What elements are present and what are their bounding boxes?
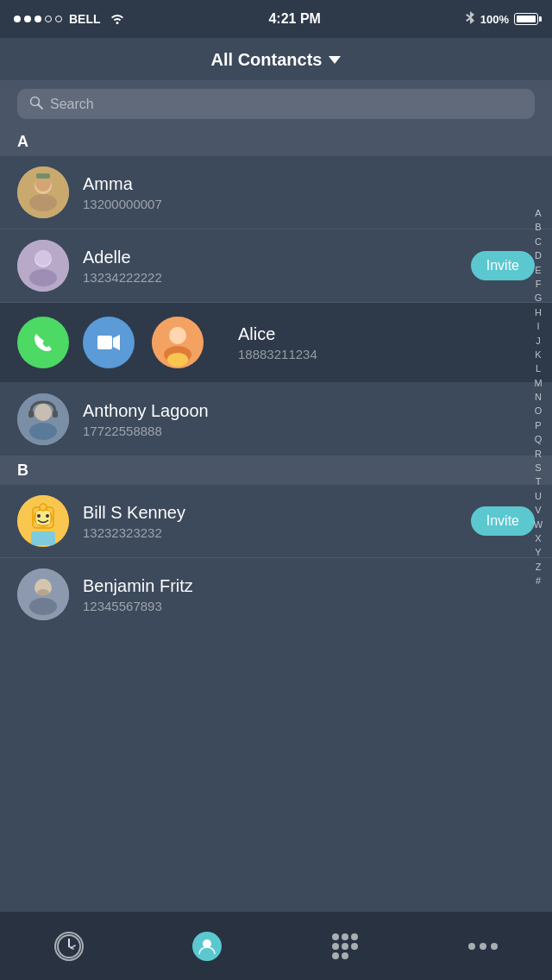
alpha-L[interactable]: L — [531, 362, 545, 375]
chevron-down-icon[interactable] — [329, 56, 341, 64]
alice-contact-info: Alice 18883211234 — [238, 324, 317, 361]
more-dot-2 — [480, 943, 486, 950]
invite-button-adelle[interactable]: Invite — [471, 251, 535, 280]
wifi-icon — [110, 12, 125, 27]
svg-marker-12 — [113, 335, 120, 350]
grid-dot-3 — [351, 933, 358, 940]
contact-row-adelle[interactable]: Adelle 13234222222 Invite — [0, 229, 552, 303]
svg-line-1 — [39, 105, 43, 110]
svg-point-28 — [37, 514, 41, 518]
alpha-Y[interactable]: Y — [531, 546, 545, 559]
grid-dot-7 — [332, 952, 339, 959]
alpha-Q[interactable]: Q — [531, 433, 545, 446]
tab-more[interactable] — [448, 925, 518, 968]
alice-expanded-actions: Alice 18883211234 — [0, 303, 552, 382]
contact-info-benjamin: Benjamin Fritz 12345567893 — [83, 576, 535, 613]
avatar-anthony — [17, 393, 69, 445]
alpha-I[interactable]: I — [531, 320, 545, 333]
svg-point-29 — [46, 514, 49, 518]
contact-name-alice: Alice — [238, 324, 317, 344]
contact-info-amma: Amma 13200000007 — [83, 174, 535, 211]
search-input-container[interactable]: Search — [17, 89, 535, 119]
contact-phone-alice: 18883211234 — [238, 347, 317, 361]
contact-phone-benjamin: 12345567893 — [83, 599, 535, 613]
alpha-X[interactable]: X — [531, 532, 545, 545]
svg-point-20 — [29, 423, 57, 440]
alpha-D[interactable]: D — [531, 249, 545, 262]
clock-icon — [54, 932, 84, 961]
alpha-C[interactable]: C — [531, 236, 545, 248]
section-header-A: A — [0, 128, 552, 156]
more-dot-3 — [491, 943, 498, 950]
contact-phone-bill: 13232323232 — [83, 525, 471, 540]
more-dot-1 — [468, 943, 475, 950]
svg-point-4 — [29, 194, 57, 211]
alpha-H[interactable]: H — [531, 306, 545, 319]
tab-recents[interactable] — [34, 925, 104, 968]
svg-rect-6 — [36, 173, 50, 179]
alpha-M[interactable]: M — [531, 377, 545, 390]
avatar-bill — [17, 495, 69, 547]
person-icon — [192, 932, 222, 961]
svg-point-10 — [35, 250, 51, 266]
alpha-G[interactable]: G — [531, 292, 545, 305]
tab-bar — [0, 911, 552, 980]
tab-keypad[interactable] — [310, 925, 380, 968]
invite-button-bill[interactable]: Invite — [471, 506, 535, 536]
section-header-B: B — [0, 456, 552, 485]
alpha-N[interactable]: N — [531, 391, 545, 404]
contact-info-anthony: Anthony Lagoon 17722558888 — [83, 401, 535, 438]
grid-icon — [332, 933, 358, 959]
header-title[interactable]: All Contancts — [211, 50, 342, 70]
contact-name-amma: Amma — [83, 174, 535, 194]
avatar-amma — [17, 166, 69, 218]
search-placeholder: Search — [50, 97, 94, 112]
signal-dot-2 — [24, 16, 31, 22]
svg-point-30 — [40, 504, 47, 511]
alpha-O[interactable]: O — [531, 405, 545, 418]
svg-point-17 — [167, 353, 188, 367]
alphabet-index: A B C D E F G H I J K L M N O P Q R S T … — [531, 207, 545, 588]
grid-dot-1 — [332, 933, 339, 940]
alpha-B[interactable]: B — [531, 221, 545, 234]
tab-contacts[interactable] — [172, 925, 242, 968]
alpha-P[interactable]: P — [531, 419, 545, 432]
contact-phone-anthony: 17722558888 — [83, 424, 535, 438]
avatar-adelle — [17, 240, 69, 292]
alpha-F[interactable]: F — [531, 278, 545, 291]
contact-row-bill[interactable]: Bill S Kenney 13232323232 Invite — [0, 485, 552, 558]
alpha-W[interactable]: W — [531, 518, 545, 531]
alpha-V[interactable]: V — [531, 504, 545, 517]
svg-point-34 — [29, 598, 57, 615]
contact-row-anthony[interactable]: Anthony Lagoon 17722558888 — [0, 383, 552, 456]
svg-rect-11 — [97, 336, 112, 349]
search-bar[interactable]: Search — [0, 80, 552, 128]
svg-rect-23 — [53, 411, 58, 418]
alpha-hash[interactable]: # — [531, 575, 545, 587]
grid-dot-8 — [342, 952, 348, 959]
alpha-K[interactable]: K — [531, 349, 545, 361]
svg-point-16 — [170, 327, 185, 342]
header: All Contancts — [0, 38, 552, 80]
alpha-Z[interactable]: Z — [531, 561, 545, 574]
contact-row-benjamin[interactable]: Benjamin Fritz 12345567893 — [0, 558, 552, 631]
contact-phone-adelle: 13234222222 — [83, 270, 471, 285]
call-button-alice[interactable] — [17, 317, 69, 368]
alpha-J[interactable]: J — [531, 335, 545, 348]
contact-row-alice[interactable]: Alice 18883211234 — [0, 303, 552, 383]
alpha-A[interactable]: A — [531, 207, 545, 220]
alpha-U[interactable]: U — [531, 490, 545, 503]
alpha-S[interactable]: S — [531, 462, 545, 474]
all-contacts-label: All Contancts — [211, 50, 323, 70]
alpha-E[interactable]: E — [531, 264, 545, 277]
video-button-alice[interactable] — [83, 317, 135, 368]
signal-dot-3 — [34, 16, 41, 22]
contact-name-anthony: Anthony Lagoon — [83, 401, 535, 421]
search-icon — [29, 96, 43, 112]
contact-row-amma[interactable]: Amma 13200000007 — [0, 156, 552, 229]
contact-name-adelle: Adelle — [83, 248, 471, 267]
grid-dot-2 — [342, 933, 348, 940]
alpha-R[interactable]: R — [531, 448, 545, 461]
alpha-T[interactable]: T — [531, 475, 545, 488]
battery-icon — [514, 13, 538, 25]
